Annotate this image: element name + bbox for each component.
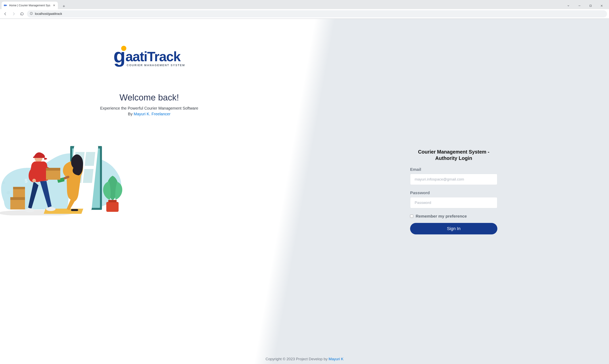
footer-text: Copyright © 2023 Project Develop by bbox=[266, 357, 329, 361]
svg-point-32 bbox=[25, 208, 35, 212]
tab-search-button[interactable] bbox=[564, 2, 573, 9]
email-label: Email bbox=[410, 167, 497, 172]
site-info-icon[interactable] bbox=[30, 12, 33, 16]
email-input[interactable] bbox=[410, 174, 497, 185]
svg-rect-19 bbox=[83, 169, 94, 183]
logo-tagline: COURIER MANAGEMENT SYSTEM bbox=[127, 64, 185, 67]
left-pane: g aatiTrack COURIER MANAGEMENT SYSTEM We… bbox=[0, 19, 298, 364]
logo-g-icon: g bbox=[113, 49, 125, 63]
svg-rect-2 bbox=[590, 5, 591, 7]
svg-text:$: $ bbox=[25, 178, 27, 184]
login-title: Courier Management System - Authority Lo… bbox=[410, 149, 497, 161]
page-viewport: g aatiTrack COURIER MANAGEMENT SYSTEM We… bbox=[0, 19, 609, 364]
svg-rect-25 bbox=[13, 187, 25, 189]
svg-point-33 bbox=[46, 207, 55, 211]
svg-point-9 bbox=[7, 191, 10, 194]
minimize-button[interactable] bbox=[575, 2, 584, 9]
window-controls bbox=[564, 2, 608, 9]
svg-rect-23 bbox=[10, 197, 25, 200]
favicon-icon bbox=[4, 4, 7, 7]
byline-prefix: By bbox=[128, 112, 134, 116]
new-tab-button[interactable]: ＋ bbox=[61, 3, 67, 9]
welcome-subtitle: Experience the Powerful Courier Manageme… bbox=[100, 106, 198, 111]
footer-author-link[interactable]: Mayuri K bbox=[329, 357, 343, 361]
remember-checkbox[interactable] bbox=[410, 215, 413, 218]
address-bar[interactable] bbox=[27, 10, 607, 17]
remember-label: Remember my preference bbox=[416, 214, 467, 219]
svg-rect-26 bbox=[106, 202, 119, 212]
password-input[interactable] bbox=[410, 197, 497, 208]
welcome-block: Welcome back! Experience the Powerful Co… bbox=[100, 92, 198, 116]
forward-button[interactable] bbox=[10, 11, 17, 17]
sign-in-button[interactable]: Sign In bbox=[410, 223, 497, 234]
reload-button[interactable] bbox=[19, 11, 25, 17]
close-window-button[interactable] bbox=[597, 2, 606, 9]
password-label: Password bbox=[410, 190, 497, 195]
logo-text: aatiTrack COURIER MANAGEMENT SYSTEM bbox=[125, 50, 185, 67]
svg-point-8 bbox=[2, 181, 5, 184]
browser-tab[interactable]: Home | Courier Management Sys ✕ bbox=[1, 1, 58, 9]
svg-point-36 bbox=[32, 179, 36, 182]
login-title-line1: Courier Management System - bbox=[418, 149, 489, 155]
welcome-heading: Welcome back! bbox=[100, 92, 198, 103]
browser-toolbar bbox=[0, 9, 609, 19]
logo-brand-name: aatiTrack bbox=[125, 50, 185, 63]
author-link[interactable]: Mayuri K. Freelancer bbox=[134, 112, 171, 116]
url-input[interactable] bbox=[35, 12, 604, 16]
footer: Copyright © 2023 Project Develop by Mayu… bbox=[0, 357, 609, 361]
right-pane: Courier Management System - Authority Lo… bbox=[298, 19, 609, 364]
svg-rect-30 bbox=[71, 209, 78, 211]
tab-strip: Home | Courier Management Sys ✕ ＋ bbox=[0, 0, 609, 9]
brand-logo: g aatiTrack COURIER MANAGEMENT SYSTEM bbox=[113, 49, 185, 67]
svg-rect-35 bbox=[46, 168, 60, 171]
tab-close-button[interactable]: ✕ bbox=[52, 4, 56, 7]
maximize-button[interactable] bbox=[586, 2, 595, 9]
welcome-byline: By Mayuri K. Freelancer bbox=[100, 112, 198, 116]
tab-title: Home | Courier Management Sys bbox=[9, 4, 50, 7]
logo-dot-icon bbox=[121, 46, 126, 51]
login-form: Courier Management System - Authority Lo… bbox=[410, 149, 497, 234]
email-field-group: Email bbox=[410, 167, 497, 185]
svg-rect-17 bbox=[85, 152, 95, 166]
back-button[interactable] bbox=[2, 11, 9, 17]
login-title-line2: Authority Login bbox=[435, 155, 472, 161]
delivery-illustration: $ ✦ bbox=[0, 130, 125, 215]
password-field-group: Password bbox=[410, 190, 497, 208]
svg-rect-0 bbox=[4, 5, 6, 6]
browser-chrome: Home | Courier Management Sys ✕ ＋ bbox=[0, 0, 609, 19]
remember-row[interactable]: Remember my preference bbox=[410, 214, 497, 219]
svg-rect-27 bbox=[108, 200, 117, 202]
